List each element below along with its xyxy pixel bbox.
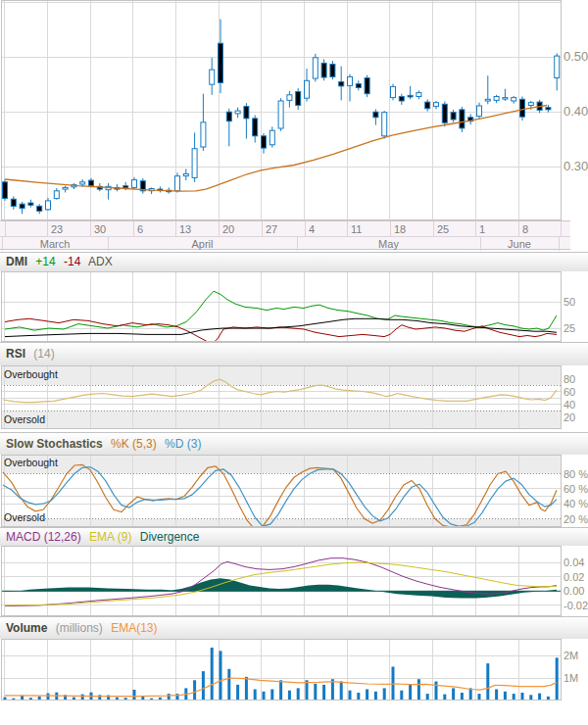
candlestick xyxy=(175,176,180,191)
candlestick xyxy=(365,78,369,94)
price-y-axis-label: 0.30 xyxy=(564,159,588,173)
volume-bar xyxy=(513,694,515,701)
volume-bar xyxy=(220,651,222,701)
date-axis: 23306132027411182518 MarchAprilMayJune xyxy=(0,220,570,250)
week-tick xyxy=(561,221,562,236)
week-label: 18 xyxy=(394,222,406,236)
volume-bar xyxy=(340,682,343,701)
volume-bar xyxy=(288,691,291,701)
volume-bar xyxy=(478,694,481,701)
rsi-y-axis-label: 40 xyxy=(564,399,575,411)
volume-bar xyxy=(202,671,205,701)
candlestick xyxy=(512,98,516,101)
month-axis-row: MarchAprilMayJune xyxy=(0,236,570,251)
month-label: March xyxy=(2,237,108,251)
volume-bar xyxy=(383,688,386,701)
macd-y-axis-label: 0.00 xyxy=(564,585,584,597)
candlestick xyxy=(201,122,206,147)
dmi-series-+DI xyxy=(5,291,557,330)
rsi-y-axis-label: 20 xyxy=(564,411,575,423)
dmi-legend-adx: ADX xyxy=(88,255,113,268)
candlestick xyxy=(253,119,258,136)
rsi-oversold-label: Oversold xyxy=(4,414,45,425)
rsi-title: RSI xyxy=(6,347,25,361)
candlestick xyxy=(494,97,499,101)
stochastics-title: Slow Stochastics xyxy=(6,437,103,451)
candlestick xyxy=(425,102,430,109)
candlestick xyxy=(503,98,508,100)
week-tick xyxy=(5,221,6,236)
candlestick xyxy=(442,104,447,122)
volume-bar xyxy=(331,679,334,701)
candlestick xyxy=(226,112,231,121)
volume-bar xyxy=(357,693,360,701)
stochastics-legend-k: %K (5,3) xyxy=(111,437,157,451)
candlestick xyxy=(28,203,33,205)
volume-bar xyxy=(245,677,248,701)
candlestick xyxy=(46,201,51,210)
week-label: 1 xyxy=(479,222,485,236)
dmi-series-ADX xyxy=(5,318,557,336)
candlestick xyxy=(183,173,188,175)
dmi-panel-header: DMI +14 -14 ADX xyxy=(0,252,588,271)
candlestick xyxy=(399,97,404,102)
volume-bar xyxy=(47,694,50,701)
rsi-y-axis-label: 80 xyxy=(564,373,575,385)
candlestick xyxy=(348,76,353,85)
macd-chart: 0.040.020.00-0.02 xyxy=(0,546,588,616)
stoch-y-axis-label: 60 % xyxy=(564,483,588,495)
volume-bar xyxy=(254,690,257,701)
candlestick xyxy=(305,80,310,98)
rsi-chart: 80604020 xyxy=(0,365,588,429)
candlestick xyxy=(313,58,318,78)
candlestick xyxy=(330,65,335,77)
volume-bar xyxy=(452,688,455,701)
volume-bar xyxy=(366,690,368,701)
candlestick xyxy=(219,43,223,82)
rsi-overbought-label: Overbought xyxy=(4,369,58,380)
volume-panel-header: Volume (millions) EMA(13) xyxy=(0,616,588,639)
volume-bar xyxy=(133,690,136,701)
dmi-title: DMI xyxy=(6,255,27,268)
volume-bar xyxy=(538,694,541,701)
rsi-y-axis-label: 60 xyxy=(564,386,575,398)
volume-legend-ema: EMA(13) xyxy=(111,621,157,635)
candlestick xyxy=(296,92,301,106)
week-tick xyxy=(390,221,391,236)
volume-bar xyxy=(435,682,438,701)
dmi-legend-minus-di: -14 xyxy=(64,255,80,268)
month-divider xyxy=(559,236,560,251)
volume-bar xyxy=(556,657,559,701)
macd-series-MACD xyxy=(5,558,557,606)
candlestick xyxy=(391,86,396,97)
candlestick xyxy=(89,180,94,186)
candlestick xyxy=(270,130,274,145)
week-tick xyxy=(219,221,220,236)
week-tick xyxy=(347,221,348,236)
volume-bar xyxy=(279,680,282,701)
volume-title: Volume xyxy=(6,621,47,635)
volume-bar xyxy=(349,691,352,701)
volume-bar xyxy=(504,692,507,701)
macd-y-axis-label: -0.02 xyxy=(564,600,588,611)
candlestick xyxy=(132,180,137,188)
week-tick xyxy=(133,221,134,236)
candlestick xyxy=(235,111,240,114)
candlestick xyxy=(287,95,292,101)
price-series-ma xyxy=(5,106,547,192)
dmi-legend-plus-di: +14 xyxy=(35,255,55,268)
price-y-axis-label: 0.40 xyxy=(564,104,588,119)
candlestick xyxy=(262,136,267,148)
candlestick xyxy=(3,182,8,199)
candlestick xyxy=(278,101,283,128)
stochastics-oversold-label: Oversold xyxy=(4,512,45,523)
candlestick xyxy=(80,182,85,184)
volume-bar xyxy=(193,680,196,701)
stoch-y-axis-label: 80 % xyxy=(564,468,588,480)
price-candlestick-chart: 0.500.400.30 xyxy=(0,0,588,220)
volume-bar xyxy=(400,691,403,701)
vol-y-axis-label: 1M xyxy=(564,672,578,684)
week-label: 25 xyxy=(437,222,449,236)
candlestick xyxy=(555,56,560,77)
week-tick xyxy=(475,221,476,236)
